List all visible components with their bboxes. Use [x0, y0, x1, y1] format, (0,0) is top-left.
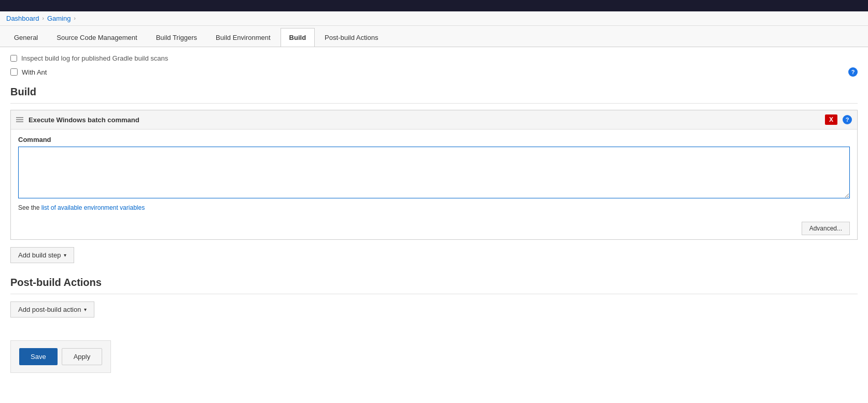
env-vars-link[interactable]: list of available environment variables	[41, 204, 145, 211]
with-ant-label: With Ant	[22, 68, 47, 76]
with-ant-help-icon[interactable]: ?	[848, 67, 858, 77]
step-title: Execute Windows batch command	[29, 116, 139, 124]
build-step-header: Execute Windows batch command X ?	[11, 110, 857, 129]
advanced-btn-row: Advanced...	[11, 218, 857, 239]
with-ant-row: With Ant ?	[10, 64, 858, 80]
command-area: Command See the list of available enviro…	[11, 129, 857, 218]
tab-post-build-actions[interactable]: Post-build Actions	[316, 28, 387, 47]
add-build-step-button[interactable]: Add build step ▾	[10, 247, 74, 263]
add-post-build-row: Add post-build action ▾	[10, 301, 858, 318]
breadcrumb-chevron-1: ›	[43, 16, 44, 21]
add-build-step-arrow: ▾	[64, 252, 66, 258]
add-step-row: Add build step ▾	[10, 247, 858, 263]
post-build-title: Post-build Actions	[10, 270, 858, 294]
inspect-label: Inspect build log for published Gradle b…	[21, 54, 168, 62]
delete-step-button[interactable]: X	[825, 114, 837, 125]
tab-build-environment[interactable]: Build Environment	[207, 28, 279, 47]
tab-source-code-management[interactable]: Source Code Management	[48, 28, 146, 47]
step-help-icon[interactable]: ?	[843, 115, 852, 124]
tab-build-triggers[interactable]: Build Triggers	[147, 28, 206, 47]
post-build-section: Post-build Actions Add post-build action…	[10, 270, 858, 318]
add-post-build-button[interactable]: Add post-build action ▾	[10, 301, 94, 318]
tab-general[interactable]: General	[5, 28, 47, 47]
add-post-build-label: Add post-build action	[18, 306, 81, 313]
breadcrumb-dashboard[interactable]: Dashboard	[6, 15, 39, 22]
command-textarea[interactable]	[18, 147, 850, 198]
top-bar	[0, 0, 868, 11]
build-section-title: Build	[10, 80, 858, 104]
with-ant-checkbox[interactable]	[10, 68, 18, 76]
apply-button[interactable]: Apply	[62, 348, 103, 365]
save-area: Save Apply	[10, 340, 111, 373]
add-build-step-label: Add build step	[18, 251, 61, 259]
add-post-build-arrow: ▾	[84, 307, 87, 312]
drag-handle[interactable]	[16, 117, 23, 122]
inspect-checkbox-row: Inspect build log for published Gradle b…	[10, 52, 858, 64]
content-area: Inspect build log for published Gradle b…	[0, 47, 868, 383]
tab-build[interactable]: Build	[281, 28, 315, 47]
inspect-checkbox[interactable]	[10, 55, 17, 62]
breadcrumb: Dashboard › Gaming ›	[0, 11, 868, 26]
env-vars-prefix: See the	[18, 204, 41, 211]
main-container: General Source Code Management Build Tri…	[0, 26, 868, 403]
tab-bar: General Source Code Management Build Tri…	[0, 26, 868, 47]
advanced-button[interactable]: Advanced...	[802, 222, 850, 235]
build-step-card: Execute Windows batch command X ? Comman…	[10, 110, 858, 240]
breadcrumb-chevron-2: ›	[74, 16, 75, 21]
breadcrumb-gaming[interactable]: Gaming	[47, 15, 71, 22]
save-button[interactable]: Save	[19, 348, 58, 365]
command-label: Command	[18, 136, 850, 143]
env-vars-row: See the list of available environment va…	[18, 204, 850, 211]
